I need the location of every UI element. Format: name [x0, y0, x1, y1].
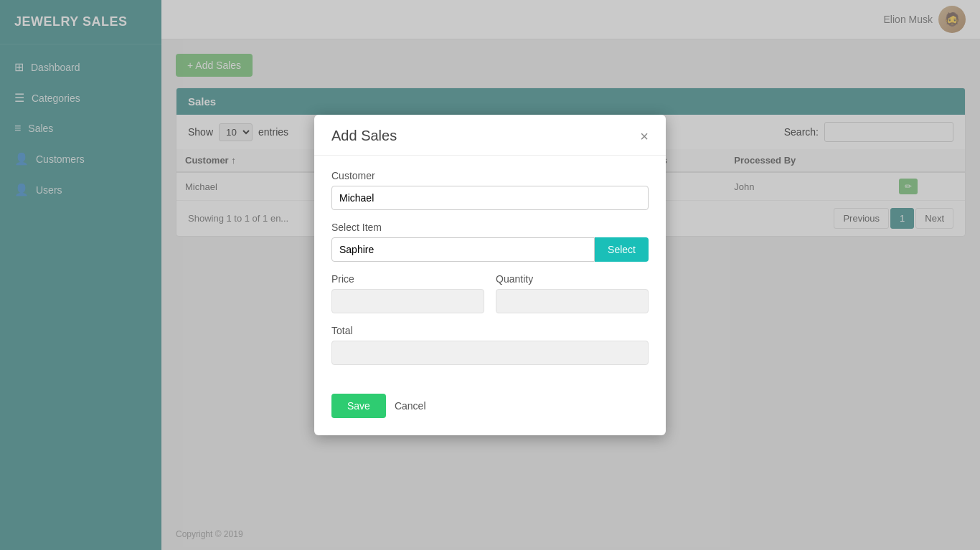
- modal-title: Add Sales: [331, 128, 397, 144]
- save-button[interactable]: Save: [331, 394, 386, 418]
- total-input[interactable]: [331, 341, 649, 365]
- price-qty-row: Price Quantity: [331, 273, 649, 325]
- select-item-group: Select Item SaphireDiamondRubyEmerald Se…: [331, 222, 649, 262]
- item-select-row: SaphireDiamondRubyEmerald Select: [331, 237, 649, 262]
- price-group: Price: [331, 273, 484, 313]
- customer-group: Customer MichaelJohnJane: [331, 170, 649, 210]
- modal-header: Add Sales ×: [314, 115, 666, 156]
- item-select[interactable]: SaphireDiamondRubyEmerald: [331, 237, 595, 262]
- modal-overlay: Add Sales × Customer MichaelJohnJane Sel…: [0, 0, 980, 550]
- price-label: Price: [331, 273, 484, 285]
- quantity-group: Quantity: [496, 273, 649, 313]
- total-group: Total: [331, 325, 649, 365]
- price-input[interactable]: [331, 289, 484, 313]
- total-label: Total: [331, 325, 649, 336]
- modal-close-button[interactable]: ×: [640, 129, 649, 143]
- select-item-button[interactable]: Select: [595, 237, 649, 262]
- modal-body: Customer MichaelJohnJane Select Item Sap…: [314, 156, 666, 394]
- cancel-button[interactable]: Cancel: [395, 400, 426, 412]
- modal-footer: Save Cancel: [314, 394, 666, 435]
- quantity-input[interactable]: [496, 289, 649, 313]
- select-item-label: Select Item: [331, 222, 649, 233]
- add-sales-modal: Add Sales × Customer MichaelJohnJane Sel…: [314, 115, 666, 435]
- customer-select[interactable]: MichaelJohnJane: [331, 186, 649, 210]
- customer-label: Customer: [331, 170, 649, 181]
- quantity-label: Quantity: [496, 273, 649, 285]
